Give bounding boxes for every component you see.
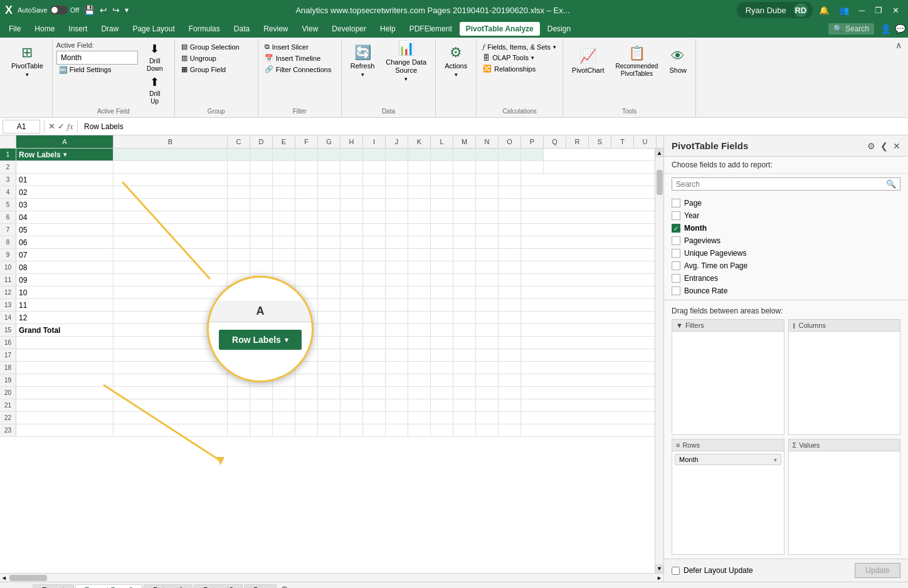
col-header-l[interactable]: L: [431, 135, 453, 148]
add-sheet-button[interactable]: ⊕: [278, 584, 291, 588]
scroll-down-button[interactable]: ▼: [655, 564, 664, 573]
col-header-j[interactable]: J: [386, 135, 408, 148]
cell-d1[interactable]: [250, 149, 273, 160]
row-num-1[interactable]: 1: [0, 149, 16, 160]
pivot-checkbox-pageviews[interactable]: [672, 236, 680, 245]
cell-o2[interactable]: [499, 161, 521, 173]
pivot-search-input[interactable]: [676, 180, 886, 189]
cell-l1[interactable]: [431, 149, 453, 160]
cell-n1[interactable]: [476, 149, 499, 160]
update-button[interactable]: Update: [855, 563, 900, 578]
pivot-checkbox-year[interactable]: [672, 211, 680, 220]
pivot-search-bar[interactable]: 🔍: [672, 177, 900, 191]
col-header-c[interactable]: C: [228, 135, 250, 148]
cell-b3[interactable]: [114, 174, 228, 186]
col-header-s[interactable]: S: [589, 135, 611, 148]
pivot-area-rows-content[interactable]: Month ▾: [672, 451, 784, 554]
scroll-left-button[interactable]: ◄: [1, 575, 7, 581]
menu-page-layout[interactable]: Page Layout: [126, 22, 181, 36]
pivot-panel-settings-icon[interactable]: ⚙: [867, 141, 875, 151]
col-header-m[interactable]: M: [453, 135, 476, 148]
fields-items-sets-button[interactable]: 𝑓 Fields, Items, & Sets ▾: [480, 41, 559, 52]
insert-timeline-button[interactable]: 📅 Insert Timeline: [262, 53, 337, 63]
cell-a10[interactable]: 08: [16, 261, 114, 273]
field-settings-button[interactable]: 🔤 Field Settings: [56, 65, 114, 75]
cell-f2[interactable]: [295, 161, 318, 173]
cell-b1[interactable]: [114, 149, 228, 160]
save-icon[interactable]: 💾: [84, 5, 95, 15]
autosave-toggle[interactable]: [50, 6, 68, 14]
insert-slicer-button[interactable]: ⧉ Insert Slicer: [262, 41, 337, 52]
account-icon[interactable]: 👤: [880, 24, 891, 34]
col-header-g[interactable]: G: [318, 135, 340, 148]
customize-icon[interactable]: ▾: [125, 6, 129, 14]
cell-a15[interactable]: Grand Total: [16, 324, 114, 336]
formula-input[interactable]: [82, 121, 905, 132]
col-header-d[interactable]: D: [250, 135, 273, 148]
menu-insert[interactable]: Insert: [62, 22, 93, 36]
comments-icon[interactable]: 💬: [895, 24, 905, 34]
sheet-tab-d-more[interactable]: D ...: [244, 584, 277, 588]
cell-reference-input[interactable]: [3, 120, 40, 134]
sheet-nav-left-button[interactable]: ◄: [3, 585, 16, 588]
cell-a5[interactable]: 03: [16, 199, 114, 211]
sheet-nav-right-button[interactable]: ►: [18, 585, 31, 588]
minimize-button[interactable]: ─: [855, 4, 868, 16]
sheet-tab-report-page2[interactable]: Report Page2: [75, 584, 142, 588]
cell-a9[interactable]: 07: [16, 249, 114, 261]
pivot-checkbox-avg-time[interactable]: [672, 261, 680, 270]
drill-up-button[interactable]: ⬆ DrillUp: [139, 75, 171, 107]
menu-view[interactable]: View: [296, 22, 325, 36]
confirm-formula-icon[interactable]: ✓: [58, 122, 65, 131]
cell-a14[interactable]: 12: [16, 312, 114, 323]
pivot-checkbox-unique-pageviews[interactable]: [672, 249, 680, 258]
cell-h2[interactable]: [340, 161, 363, 173]
menu-design[interactable]: Design: [541, 22, 577, 36]
cell-c1[interactable]: [228, 149, 250, 160]
cell-a3[interactable]: 01: [16, 174, 114, 186]
col-header-o[interactable]: O: [499, 135, 521, 148]
filter-connections-button[interactable]: 🔗 Filter Connections: [262, 64, 337, 75]
col-header-b[interactable]: B: [114, 135, 228, 148]
pivot-field-bounce-rate[interactable]: Bounce Rate: [672, 285, 900, 297]
cell-g2[interactable]: [318, 161, 340, 173]
pivot-field-year[interactable]: Year: [672, 209, 900, 222]
col-header-n[interactable]: N: [476, 135, 499, 148]
cell-a12[interactable]: 10: [16, 286, 114, 298]
menu-help[interactable]: Help: [374, 22, 402, 36]
close-button[interactable]: ✕: [889, 4, 903, 16]
menu-pivottable-analyze[interactable]: PivotTable Analyze: [460, 22, 540, 36]
ribbon-collapse-button[interactable]: ∧: [892, 39, 905, 117]
col-header-p[interactable]: P: [521, 135, 544, 148]
cell-m2[interactable]: [453, 161, 476, 173]
cell-a4[interactable]: 02: [16, 186, 114, 198]
cell-a6[interactable]: 04: [16, 211, 114, 223]
cell-a11[interactable]: 09: [16, 274, 114, 286]
pivot-checkbox-bounce-rate[interactable]: [672, 286, 680, 295]
cell-a2[interactable]: [16, 161, 114, 173]
defer-layout-update-label[interactable]: Defer Layout Update: [672, 566, 753, 575]
group-field-button[interactable]: ▦ Group Field: [179, 64, 254, 75]
cell-i1[interactable]: [363, 149, 386, 160]
pivot-field-month[interactable]: Month: [672, 222, 900, 234]
cell-d2[interactable]: [250, 161, 273, 173]
pivottable-button[interactable]: ⊞ PivotTable ▾: [6, 41, 48, 81]
redo-icon[interactable]: ↪: [112, 5, 120, 15]
rows-month-tag[interactable]: Month ▾: [675, 454, 781, 465]
refresh-button[interactable]: 🔄 Refresh ▾: [346, 41, 380, 81]
menu-home[interactable]: Home: [28, 22, 61, 36]
pivot-field-unique-pageviews[interactable]: Unique Pageviews: [672, 247, 900, 260]
cell-b2[interactable]: [114, 161, 228, 173]
scroll-right-button[interactable]: ►: [657, 575, 662, 581]
olap-tools-button[interactable]: 🗄 OLAP Tools ▾: [480, 53, 559, 63]
change-data-source-button[interactable]: 📊 Change DataSource ▾: [381, 41, 431, 81]
horizontal-scrollbar[interactable]: ◄ ►: [0, 573, 663, 582]
cell-a7[interactable]: 05: [16, 224, 114, 236]
pivot-panel-close-icon[interactable]: ✕: [893, 141, 900, 151]
pivot-checkbox-page[interactable]: [672, 199, 680, 207]
sheet-tab-dataset2[interactable]: Dataset2: [194, 584, 243, 588]
vertical-scrollbar[interactable]: ▲ ▼: [655, 149, 663, 573]
sheet-tab-dataset1[interactable]: Dataset1: [144, 584, 193, 588]
scroll-thumb[interactable]: [657, 170, 663, 195]
actions-button[interactable]: ⚙ Actions ▾: [440, 41, 472, 81]
